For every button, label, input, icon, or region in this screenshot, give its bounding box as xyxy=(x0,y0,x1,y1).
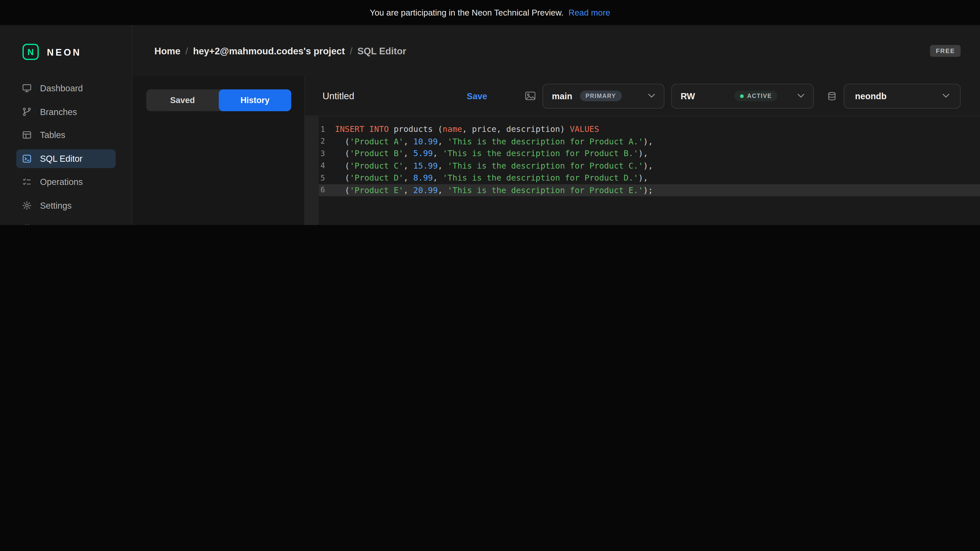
database-selector[interactable]: neondb xyxy=(844,83,961,108)
breadcrumb-home[interactable]: Home xyxy=(154,45,180,56)
sidebar-nav-main: Dashboard Branches Tables SQL Editor Ope… xyxy=(0,79,132,225)
sql-code-editor[interactable]: 1INSERT INTO products (name, price, desc… xyxy=(305,116,980,225)
branch-selector[interactable]: main PRIMARY xyxy=(542,83,665,108)
line-number: 2 xyxy=(319,137,325,146)
endpoint-selector[interactable]: RW ACTIVE xyxy=(671,83,814,108)
code-text: ('Product C', 15.99, 'This is the descri… xyxy=(335,161,653,170)
neon-console: You are participating in the Neon Techni… xyxy=(0,0,980,225)
status-dot xyxy=(740,94,744,98)
code-text: ('Product A', 10.99, 'This is the descri… xyxy=(335,137,653,146)
plan-badge: FREE xyxy=(930,44,961,57)
neon-logo-icon: N xyxy=(22,44,39,60)
chevron-down-icon xyxy=(648,94,655,98)
line-number: 6 xyxy=(319,186,325,194)
code-line[interactable]: 3 ('Product B', 5.99, 'This is the descr… xyxy=(319,148,980,160)
editor-toolbar: Untitled Save main PRIMARY RW ACTI xyxy=(305,76,980,116)
editor-panel: Untitled Save main PRIMARY RW ACTI xyxy=(305,76,980,225)
breadcrumb-separator: / xyxy=(186,45,188,56)
database-name: neondb xyxy=(855,91,886,101)
integrations-icon xyxy=(22,224,32,225)
sidebar-item-label: Dashboard xyxy=(40,83,83,93)
code-text: ('Product D', 8.99, 'This is the descrip… xyxy=(335,173,648,183)
code-line[interactable]: 5 ('Product D', 8.99, 'This is the descr… xyxy=(319,171,980,184)
sidebar-item-branches[interactable]: Branches xyxy=(16,102,116,121)
active-badge-label: ACTIVE xyxy=(747,92,772,99)
sidebar-item-label: Branches xyxy=(40,106,77,117)
code-text: INSERT INTO products (name, price, descr… xyxy=(335,124,599,134)
breadcrumb-project[interactable]: hey+2@mahmoud.codes's project xyxy=(193,45,345,56)
sidebar: N NEON Dashboard Branches Tables xyxy=(0,25,132,225)
neon-wordmark: NEON xyxy=(47,46,82,57)
read-more-link[interactable]: Read more xyxy=(569,8,611,17)
code-line[interactable]: 4 ('Product C', 15.99, 'This is the desc… xyxy=(319,160,980,172)
line-number: 5 xyxy=(319,173,325,182)
line-number: 1 xyxy=(319,125,325,133)
code-text: ('Product B', 5.99, 'This is the descrip… xyxy=(335,149,648,158)
sidebar-item-sql-editor[interactable]: SQL Editor xyxy=(16,149,116,168)
chevron-down-icon xyxy=(942,94,950,98)
sidebar-item-tables[interactable]: Tables xyxy=(16,125,116,144)
dashboard-icon xyxy=(22,83,32,93)
history-empty-state: Your history is empty xyxy=(132,74,304,225)
sidebar-item-operations[interactable]: Operations xyxy=(16,172,116,191)
code-rows: 1INSERT INTO products (name, price, desc… xyxy=(305,123,980,196)
editor-gutter xyxy=(305,116,319,225)
main-region: Home / hey+2@mahmoud.codes's project / S… xyxy=(132,25,980,225)
sql-editor-icon xyxy=(22,153,32,163)
query-title[interactable]: Untitled xyxy=(323,91,355,101)
branch-name: main xyxy=(552,91,572,101)
code-line[interactable]: 6 ('Product E', 20.99, 'This is the desc… xyxy=(319,184,980,196)
sidebar-item-label: Integrations xyxy=(40,224,86,225)
sidebar-item-integrations[interactable]: Integrations xyxy=(16,219,116,225)
branches-icon xyxy=(22,106,32,117)
active-badge: ACTIVE xyxy=(735,91,777,101)
gear-icon xyxy=(22,200,32,210)
tables-icon xyxy=(22,130,32,140)
breadcrumb: Home / hey+2@mahmoud.codes's project / S… xyxy=(154,45,406,56)
page-header: Home / hey+2@mahmoud.codes's project / S… xyxy=(132,25,980,76)
sidebar-item-label: Settings xyxy=(40,200,72,210)
save-button[interactable]: Save xyxy=(467,91,487,101)
history-panel: Saved History Your history is empty + Ne… xyxy=(132,76,305,225)
chevron-down-icon xyxy=(797,94,804,98)
line-number: 3 xyxy=(319,149,325,158)
branch-image-icon xyxy=(525,91,536,101)
breadcrumb-separator: / xyxy=(350,45,352,56)
sidebar-item-settings[interactable]: Settings xyxy=(16,196,116,214)
code-line[interactable]: 2 ('Product A', 10.99, 'This is the desc… xyxy=(319,135,980,148)
sidebar-item-label: Tables xyxy=(40,130,65,140)
operations-icon xyxy=(22,177,32,187)
primary-badge: PRIMARY xyxy=(580,91,622,101)
sidebar-item-dashboard[interactable]: Dashboard xyxy=(16,79,116,97)
code-line[interactable]: 1INSERT INTO products (name, price, desc… xyxy=(319,123,980,135)
code-text: ('Product E', 20.99, 'This is the descri… xyxy=(335,186,653,195)
breadcrumb-page: SQL Editor xyxy=(358,45,406,56)
sidebar-item-label: SQL Editor xyxy=(40,153,83,163)
endpoint-name: RW xyxy=(681,91,695,101)
connection-selectors: main PRIMARY RW ACTIVE neon xyxy=(525,83,961,108)
sidebar-item-label: Operations xyxy=(40,177,83,187)
database-icon xyxy=(827,91,837,101)
line-number: 4 xyxy=(319,161,325,170)
banner-text: You are participating in the Neon Techni… xyxy=(370,8,563,17)
preview-banner: You are participating in the Neon Techni… xyxy=(0,0,980,25)
neon-logo[interactable]: N NEON xyxy=(0,44,132,60)
